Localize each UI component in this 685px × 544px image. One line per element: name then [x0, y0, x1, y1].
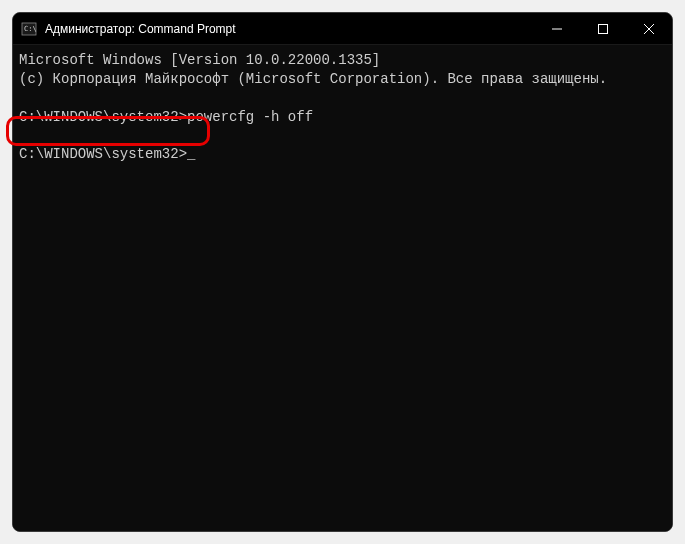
command-prompt-window: C:\ Администратор: Command Prompt Micros… — [12, 12, 673, 532]
prompt-1: C:\WINDOWS\system32> — [19, 109, 187, 125]
title-left: C:\ Администратор: Command Prompt — [21, 21, 236, 37]
maximize-button[interactable] — [580, 13, 626, 45]
current-prompt-line: C:\WINDOWS\system32>_ — [19, 145, 666, 164]
prompt-2: C:\WINDOWS\system32> — [19, 146, 187, 162]
window-controls — [534, 13, 672, 44]
titlebar[interactable]: C:\ Администратор: Command Prompt — [13, 13, 672, 45]
terminal-body[interactable]: Microsoft Windows [Version 10.0.22000.13… — [13, 45, 672, 531]
cmd-icon: C:\ — [21, 21, 37, 37]
copyright-line: (c) Корпорация Майкрософт (Microsoft Cor… — [19, 70, 666, 89]
entered-command: powercfg -h off — [187, 109, 313, 125]
blank-line — [19, 89, 666, 108]
window-title: Администратор: Command Prompt — [45, 22, 236, 36]
close-button[interactable] — [626, 13, 672, 45]
svg-rect-3 — [599, 25, 608, 34]
cursor: _ — [187, 146, 195, 162]
blank-line-2 — [19, 127, 666, 146]
version-line: Microsoft Windows [Version 10.0.22000.13… — [19, 51, 666, 70]
svg-text:C:\: C:\ — [24, 25, 37, 33]
command-line-1: C:\WINDOWS\system32>powercfg -h off — [19, 108, 666, 127]
minimize-button[interactable] — [534, 13, 580, 45]
